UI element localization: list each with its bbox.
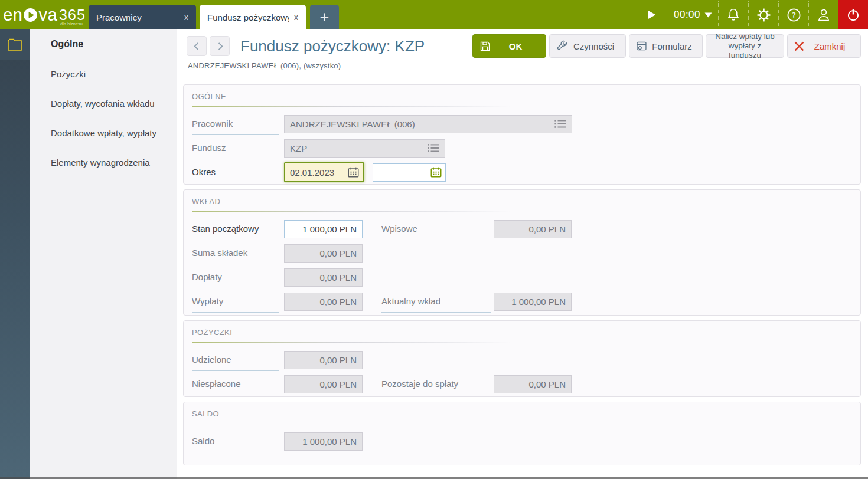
close-x-icon [794, 41, 805, 52]
top-bar: en va 365 dla biznesu Pracownicy x Fundu… [0, 0, 868, 29]
formularz-button[interactable]: Formularz [629, 34, 703, 58]
logo-text-va: va [38, 5, 57, 25]
sidebar-item-pozyczki[interactable]: Pożyczki [30, 59, 177, 88]
row-pracownik: Pracownik ANDRZEJEWSKI PAWEŁ (006) [192, 113, 852, 135]
nalicz-wplaty-button[interactable]: Nalicz wpłaty lub wypłaty z funduszu [706, 34, 784, 58]
tab-close-icon[interactable]: x [294, 12, 298, 22]
wyplaty-field: 0,00 PLN [284, 293, 363, 311]
sidebar-item-ogolne[interactable]: Ogólne [30, 29, 177, 59]
timer-value: 00:00 [674, 9, 700, 21]
content: Fundusz pożyczkowy: KZP OK [177, 29, 868, 479]
pozostaje-field: 0,00 PLN [494, 375, 572, 393]
bell-icon [726, 7, 741, 22]
okres-to-field[interactable] [373, 163, 446, 182]
panel-pozyczki: POŻYCZKI Udzielone 0,00 PLN Niespłacone … [183, 320, 861, 397]
new-tab-button[interactable]: + [310, 5, 339, 29]
tab-label: Fundusz pożyczkowy… [207, 12, 289, 22]
tab-pracownicy[interactable]: Pracownicy x [89, 5, 196, 29]
list-icon [554, 119, 567, 129]
niesplacone-field: 0,00 PLN [284, 375, 363, 393]
forward-button[interactable] [210, 36, 230, 56]
panel-saldo: SALDO Saldo 1 000,00 PLN [183, 402, 861, 465]
section-underline [192, 342, 511, 343]
pracownik-value: ANDRZEJEWSKI PAWEŁ (006) [290, 119, 415, 129]
timer-display[interactable]: 00:00 [668, 0, 718, 29]
row-saldo: Saldo 1 000,00 PLN [192, 430, 852, 452]
logo-tagline: dla biznesu [60, 21, 83, 27]
form-panels: OGÓLNE Pracownik ANDRZEJEWSKI PAWEŁ (006… [177, 76, 868, 465]
section-title-ogolne: OGÓLNE [192, 92, 852, 101]
panel-ogolne: OGÓLNE Pracownik ANDRZEJEWSKI PAWEŁ (006… [183, 84, 861, 185]
power-icon [846, 7, 861, 22]
section-title-pozyczki: POŻYCZKI [192, 328, 852, 337]
tab-bar: Pracownicy x Fundusz pożyczkowy… x + [89, 0, 339, 29]
zamknij-button[interactable]: Zamknij [787, 34, 861, 58]
wpisowe-label: Wpisowe [381, 218, 491, 240]
calendar-icon[interactable] [430, 167, 442, 178]
czynnosci-button-label: Czynności [568, 41, 619, 51]
row-wyplaty-aktualny: Wypłaty 0,00 PLN Aktualny wkład 1 000,00… [192, 290, 852, 313]
section-title-saldo: SALDO [192, 409, 852, 418]
okres-to-input[interactable] [374, 168, 430, 178]
settings-button[interactable] [749, 0, 778, 29]
czynnosci-button[interactable]: Czynności [549, 34, 626, 58]
row-doplaty: Dopłaty 0,00 PLN [192, 266, 852, 288]
zamknij-button-label: Zamknij [805, 41, 854, 51]
list-icon [428, 143, 440, 153]
row-stan-wpisowe: Stan początkowy Wpisowe 0,00 PLN [192, 218, 852, 240]
sidebar: Ogólne Pożyczki Dopłaty, wycofania wkład… [30, 29, 177, 479]
section-title-wklad: WKŁAD [192, 197, 852, 206]
module-folder-button[interactable] [0, 29, 30, 60]
topbar-right-controls: 00:00 [635, 0, 868, 29]
stan-poczatkowy-input[interactable] [284, 220, 363, 238]
udzielone-field: 0,00 PLN [284, 351, 363, 369]
wrench-icon [556, 40, 568, 53]
user-profile-button[interactable] [809, 0, 838, 29]
tab-close-icon[interactable]: x [184, 12, 188, 22]
pracownik-label: Pracownik [192, 113, 279, 135]
back-button[interactable] [187, 36, 207, 56]
forward-icon [214, 41, 226, 52]
notifications-button[interactable] [719, 0, 748, 29]
udzielone-label: Udzielone [192, 349, 279, 371]
fundusz-lookup-button[interactable] [428, 143, 440, 153]
content-header: Fundusz pożyczkowy: KZP OK [177, 29, 868, 58]
doplaty-field: 0,00 PLN [284, 268, 363, 287]
user-icon [816, 7, 831, 22]
action-buttons: OK Czynności [472, 34, 861, 58]
play-icon [645, 8, 658, 21]
okres-label: Okres [192, 161, 279, 183]
help-icon: ? [786, 7, 802, 23]
saldo-field: 1 000,00 PLN [284, 432, 363, 451]
wpisowe-field: 0,00 PLN [494, 220, 572, 238]
tab-label: Pracownicy [96, 12, 180, 22]
gear-icon [756, 7, 772, 23]
page-title: Fundusz pożyczkowy: KZP [240, 37, 425, 55]
form-icon [635, 40, 648, 53]
ok-button[interactable]: OK [472, 34, 546, 58]
pracownik-lookup-button[interactable] [554, 119, 567, 129]
panel-wklad: WKŁAD Stan początkowy Wpisowe 0,00 PLN S… [183, 189, 861, 316]
timer-dropdown-icon[interactable] [704, 12, 713, 18]
pracownik-field: ANDRZEJEWSKI PAWEŁ (006) [284, 115, 572, 133]
logout-button[interactable] [838, 0, 868, 29]
okres-from-input[interactable] [286, 168, 348, 178]
logo-play-icon [23, 8, 38, 22]
wyplaty-label: Wypłaty [192, 290, 279, 313]
row-fundusz: Fundusz KZP [192, 137, 852, 159]
tab-fundusz-pozyczkowy[interactable]: Fundusz pożyczkowy… x [200, 5, 306, 29]
stan-poczatkowy-label: Stan początkowy [192, 218, 279, 240]
calendar-icon[interactable] [348, 167, 359, 178]
sidebar-item-elementy-wynagrodzenia[interactable]: Elementy wynagrodzenia [30, 147, 177, 177]
sidebar-item-dodatkowe-wplaty[interactable]: Dodatkowe wpłaty, wypłaty [30, 118, 177, 147]
sidebar-item-doplaty-wycofania[interactable]: Dopłaty, wycofania wkładu [30, 88, 177, 118]
start-timer-button[interactable] [635, 0, 668, 29]
okres-from-field[interactable] [284, 162, 364, 182]
enova365-logo: en va 365 dla biznesu [0, 0, 89, 29]
row-udzielone: Udzielone 0,00 PLN [192, 349, 852, 371]
help-button[interactable]: ? [779, 0, 808, 29]
formularz-button-label: Formularz [648, 41, 696, 51]
logo-text-en: en [3, 5, 22, 25]
suma-skladek-label: Suma składek [192, 242, 279, 264]
nalicz-button-label: Nalicz wpłaty lub wypłaty z funduszu [712, 32, 778, 61]
